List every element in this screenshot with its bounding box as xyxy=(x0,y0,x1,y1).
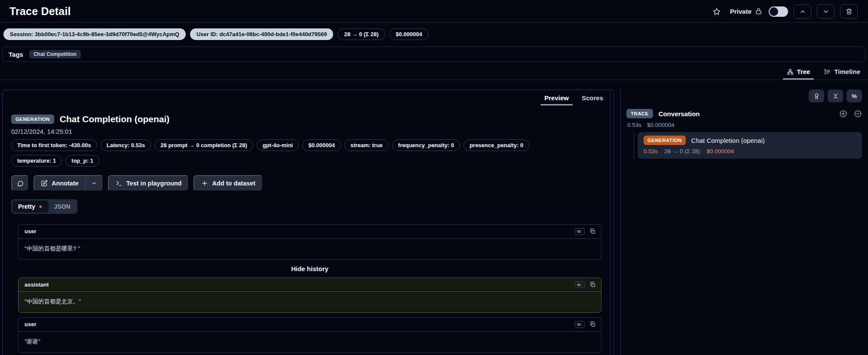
next-trace-button[interactable] xyxy=(817,4,834,19)
privacy-label: Private xyxy=(730,8,751,15)
markdown-toggle-icon[interactable]: M↓ xyxy=(575,228,585,235)
tab-tree[interactable]: Tree xyxy=(787,68,810,80)
message-content: "谢谢" xyxy=(18,332,601,352)
tab-timeline[interactable]: Timeline xyxy=(824,68,860,80)
plus-icon xyxy=(201,180,208,187)
comment-icon xyxy=(17,180,24,187)
generation-cost: $0.000004 xyxy=(706,148,734,154)
terminal-icon xyxy=(116,180,123,187)
tree-indent-line xyxy=(634,132,634,159)
annotate-button[interactable]: Annotate xyxy=(34,175,104,191)
cost-badge: $0.000004 xyxy=(390,28,429,40)
format-json-label: JSON xyxy=(54,203,71,210)
panel-scrollbar[interactable] xyxy=(610,92,610,355)
observation-actions: Annotate Test in playground Add to datas… xyxy=(11,175,601,191)
message-user-1: user M↓ "中国的首都是哪里? " xyxy=(18,224,601,260)
trace-cost: $0.000004 xyxy=(647,122,675,128)
badge-top-p: top_p: 1 xyxy=(65,155,99,167)
generation-node[interactable]: GENERATION Chat Completion (openai) 0.53… xyxy=(638,132,862,159)
badge-model[interactable]: gpt-4o-mini xyxy=(257,139,299,151)
scores-toggle-button[interactable] xyxy=(809,90,824,102)
badge-time-to-first-token: Time to first token: -430.00s xyxy=(11,139,97,151)
observation-badges: Time to first token: -430.00s Latency: 0… xyxy=(11,139,583,167)
observation-type-badge: GENERATION xyxy=(11,114,54,124)
copy-icon[interactable] xyxy=(589,228,596,235)
tab-scores-label: Scores xyxy=(582,94,603,102)
observation-title-row: GENERATION Chat Completion (openai) xyxy=(11,114,601,124)
star-icon[interactable] xyxy=(712,7,721,16)
messages-list: user M↓ "中国的首都是哪里? " Hide history assist… xyxy=(18,224,601,355)
top-bar-actions: Private xyxy=(712,4,858,19)
badge-cost: $0.000004 xyxy=(302,139,340,151)
fold-vertical-icon xyxy=(832,93,839,99)
tab-timeline-label: Timeline xyxy=(834,68,860,75)
hide-history-button[interactable]: Hide history xyxy=(18,265,601,272)
format-pretty-option[interactable]: Pretty ✦ xyxy=(12,201,49,213)
trace-node[interactable]: TRACE Conversation xyxy=(626,109,862,118)
top-bar: Trace Detail Private xyxy=(0,0,868,22)
copy-icon[interactable] xyxy=(589,281,596,288)
collapse-icon[interactable] xyxy=(854,110,862,118)
message-header: assistant M↓ xyxy=(18,278,601,292)
markdown-toggle-icon[interactable]: M↓ xyxy=(575,281,585,288)
generation-latency: 0.53s xyxy=(644,148,658,154)
delete-trace-button[interactable] xyxy=(840,4,858,19)
trace-type-badge: TRACE xyxy=(626,109,653,118)
tab-preview[interactable]: Preview xyxy=(544,94,569,105)
annotate-dropdown-button[interactable] xyxy=(86,176,103,191)
message-header: user M↓ xyxy=(18,225,601,239)
copy-icon[interactable] xyxy=(589,321,596,327)
chevron-down-icon xyxy=(91,180,97,186)
tag-chat-competition[interactable]: Chat Competition xyxy=(29,50,81,59)
add-to-dataset-label: Add to dataset xyxy=(212,180,255,187)
trace-title: Conversation xyxy=(659,110,700,117)
previous-trace-button[interactable] xyxy=(794,4,811,19)
privacy-label-group: Private xyxy=(730,8,762,15)
observation-panel: Preview Scores GENERATION Chat Completio… xyxy=(2,90,614,355)
test-in-playground-label: Test in playground xyxy=(126,180,182,187)
metrics-toggle-button[interactable]: % xyxy=(847,90,862,102)
format-toggle: Pretty ✦ JSON xyxy=(11,199,77,214)
tags-container: Tags Chat Competition xyxy=(2,46,866,62)
pen-square-icon xyxy=(41,180,48,187)
test-in-playground-button[interactable]: Test in playground xyxy=(108,175,190,191)
message-role: assistant xyxy=(25,281,49,288)
privacy-toggle[interactable] xyxy=(769,6,788,17)
add-to-dataset-button[interactable]: Add to dataset xyxy=(193,175,263,191)
timeline-icon xyxy=(824,68,831,75)
generation-tokens: 28 → 0 (Σ 28) xyxy=(664,148,700,154)
message-header: user M↓ xyxy=(18,318,601,332)
chevron-down-icon xyxy=(822,8,829,15)
markdown-toggle-icon[interactable]: M↓ xyxy=(575,321,585,328)
message-role: user xyxy=(25,228,36,235)
toggle-knob xyxy=(770,7,778,16)
format-json-option[interactable]: JSON xyxy=(49,201,76,213)
generation-node-title: Chat Completion (openai) xyxy=(691,137,765,144)
tab-scores[interactable]: Scores xyxy=(582,94,603,105)
tab-timeline-indicator xyxy=(820,78,864,80)
observation-title: Chat Completion (openai) xyxy=(60,114,170,124)
badge-latency: Latency: 0.53s xyxy=(101,139,151,151)
token-usage-badge: 28 → 0 (Σ 28) xyxy=(337,28,385,40)
panel-tabs: Preview Scores xyxy=(3,94,613,105)
comment-button[interactable] xyxy=(11,175,29,191)
badge-temperature: temperature: 1 xyxy=(11,155,62,167)
format-pretty-label: Pretty xyxy=(18,203,35,210)
lock-icon xyxy=(755,8,762,15)
expand-all-icon[interactable] xyxy=(839,110,847,118)
trash-icon xyxy=(846,8,853,15)
trace-metrics: 0.53s $0.000004 xyxy=(627,122,862,128)
tab-tree-indicator xyxy=(783,78,814,80)
user-id-badge[interactable]: User ID: dc47a41e-06bc-400d-bde1-f0e440d… xyxy=(190,28,334,40)
collapse-all-button[interactable] xyxy=(828,90,843,102)
tab-preview-label: Preview xyxy=(544,94,569,102)
tab-preview-indicator xyxy=(540,104,573,105)
session-badge[interactable]: Session: 3bb00ec7-1b13-4c9b-85ee-3d9d70f… xyxy=(3,28,186,40)
observation-timestamp: 02/12/2024, 14:25:01 xyxy=(11,128,601,135)
sparkles-icon: ✦ xyxy=(38,204,43,210)
annotate-button-main[interactable]: Annotate xyxy=(34,176,85,191)
message-role: user xyxy=(25,321,36,327)
message-content: "中国的首都是北京。" xyxy=(18,292,601,312)
tab-scores-indicator xyxy=(578,104,607,105)
observation-content: GENERATION Chat Completion (openai) 02/1… xyxy=(3,105,613,355)
